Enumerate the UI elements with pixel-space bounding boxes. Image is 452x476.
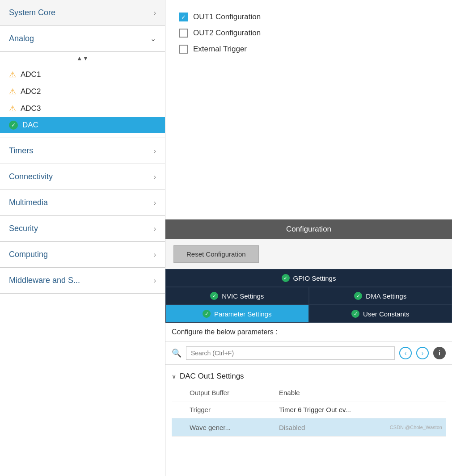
tab-gpio-settings[interactable]: ✓ GPIO Settings [165, 269, 452, 287]
sidebar-section-analog: Analog ⌄ ▲▼ ⚠ ADC1 ⚠ ADC2 ⚠ ADC3 ✓ [0, 26, 165, 138]
param-name-wave-gen: Wave gener... [190, 424, 279, 431]
nav-prev-button[interactable]: ‹ [399, 347, 412, 359]
nav-next-button[interactable]: › [416, 347, 429, 359]
sidebar-section-middleware: Middleware and S... › [0, 268, 165, 294]
tab-user-constants-label: User Constants [363, 310, 409, 318]
checkboxes-section: ✓ OUT1 Configuration OUT2 Configuration … [165, 0, 452, 66]
checkbox-out1-icon: ✓ [179, 13, 188, 21]
warning-icon-adc2: ⚠ [9, 87, 16, 97]
sidebar-label-computing: Computing [9, 250, 48, 259]
checkbox-ext-trigger[interactable]: External Trigger [179, 41, 439, 57]
sidebar-section-connectivity: Connectivity › [0, 164, 165, 190]
sidebar-label-timers: Timers [9, 146, 33, 156]
checkbox-ext-trigger-label: External Trigger [193, 45, 247, 54]
sidebar-item-system-core[interactable]: System Core › [0, 0, 165, 25]
chevron-down-icon: ⌄ [150, 34, 156, 43]
tab-dma-settings[interactable]: ✓ DMA Settings [309, 287, 452, 305]
sidebar-item-multimedia[interactable]: Multimedia › [0, 190, 165, 215]
chevron-right-icon-multimedia: › [154, 199, 156, 207]
watermark-text: CSDN @Chole_Waston [386, 423, 446, 432]
tab-nvic-label: NVIC Settings [222, 292, 264, 300]
checkbox-out1-label: OUT1 Configuration [193, 13, 261, 21]
checkbox-out2-label: OUT2 Configuration [193, 29, 261, 38]
sidebar-item-timers[interactable]: Timers › [0, 138, 165, 164]
sidebar-item-connectivity[interactable]: Connectivity › [0, 164, 165, 190]
sidebar-item-middleware[interactable]: Middleware and S... › [0, 268, 165, 293]
param-value-trigger: Timer 6 Trigger Out ev... [279, 406, 446, 413]
adc2-label: ADC2 [21, 87, 41, 96]
sidebar-label-analog: Analog [9, 34, 34, 43]
chevron-right-icon-timers: › [154, 147, 156, 155]
sidebar-section-computing: Computing › [0, 242, 165, 268]
adc3-label: ADC3 [21, 104, 41, 113]
checkbox-out2[interactable]: OUT2 Configuration [179, 25, 439, 41]
search-icon: 🔍 [172, 348, 182, 358]
tab-parameter-settings[interactable]: ✓ Parameter Settings [165, 305, 309, 323]
tab-gpio-label: GPIO Settings [293, 274, 336, 282]
sidebar-item-dac[interactable]: ✓ DAC [0, 117, 165, 133]
sidebar-label-connectivity: Connectivity [9, 172, 53, 181]
sidebar-item-adc2[interactable]: ⚠ ADC2 [0, 83, 165, 100]
check-icon-user-constants: ✓ [351, 310, 359, 318]
chevron-right-icon-middleware: › [154, 277, 156, 285]
tab-bar: ✓ GPIO Settings ✓ NVIC Settings ✓ DMA Se… [165, 269, 452, 323]
check-icon-params: ✓ [203, 310, 211, 318]
warning-icon-adc3: ⚠ [9, 104, 16, 114]
check-icon-nvic: ✓ [210, 292, 218, 300]
checkbox-out1[interactable]: ✓ OUT1 Configuration [179, 9, 439, 25]
sidebar-section-multimedia: Multimedia › [0, 190, 165, 216]
main-content: ✓ OUT1 Configuration OUT2 Configuration … [165, 0, 452, 476]
reset-configuration-button[interactable]: Reset Configuration [173, 245, 259, 263]
reset-btn-area: Reset Configuration [165, 239, 452, 269]
check-icon-dma: ✓ [354, 292, 362, 300]
collapse-icon: ∨ [172, 373, 176, 380]
tab-nvic-settings[interactable]: ✓ NVIC Settings [165, 287, 309, 305]
dac-label: DAC [22, 121, 38, 130]
warning-icon-adc1: ⚠ [9, 70, 16, 80]
config-header: Configuration [165, 219, 452, 239]
sidebar-section-system-core: System Core › [0, 0, 165, 26]
param-value-wave-gen: Disabled [279, 424, 386, 431]
checkbox-out2-icon [179, 29, 188, 38]
param-group-label: DAC Out1 Settings [180, 372, 244, 381]
sidebar-label-multimedia: Multimedia [9, 198, 48, 207]
sidebar-label-middleware: Middleware and S... [9, 276, 80, 285]
sidebar-label-security: Security [9, 224, 38, 233]
chevron-right-icon-security: › [154, 225, 156, 233]
tab-row-1: ✓ GPIO Settings [165, 269, 452, 287]
sidebar-section-timers: Timers › [0, 138, 165, 164]
params-header-text: Configure the below parameters : [165, 323, 452, 342]
tab-row-3: ✓ Parameter Settings ✓ User Constants [165, 305, 452, 323]
search-input[interactable] [186, 346, 395, 360]
tab-dma-label: DMA Settings [366, 292, 406, 300]
params-area: Configure the below parameters : 🔍 ‹ › i… [165, 323, 452, 476]
chevron-right-icon-connectivity: › [154, 173, 156, 181]
tab-row-2: ✓ NVIC Settings ✓ DMA Settings [165, 287, 452, 305]
analog-items-list: ⚠ ADC1 ⚠ ADC2 ⚠ ADC3 ✓ DAC [0, 64, 165, 138]
info-button[interactable]: i [433, 347, 446, 359]
sidebar-item-computing[interactable]: Computing › [0, 242, 165, 267]
checkbox-ext-trigger-icon [179, 45, 188, 54]
sidebar-item-security[interactable]: Security › [0, 216, 165, 241]
param-group-dac-out1[interactable]: ∨ DAC Out1 Settings [172, 368, 446, 384]
sidebar-section-security: Security › [0, 216, 165, 242]
chevron-right-icon-computing: › [154, 251, 156, 259]
sidebar-item-adc3[interactable]: ⚠ ADC3 [0, 100, 165, 117]
config-header-text: Configuration [286, 225, 331, 233]
chevron-right-icon: › [154, 9, 156, 17]
param-row-wave-gen[interactable]: Wave gener... Disabled CSDN @Chole_Wasto… [172, 418, 446, 437]
param-tree: ∨ DAC Out1 Settings Output Buffer Enable… [165, 365, 452, 440]
param-row-trigger[interactable]: Trigger Timer 6 Trigger Out ev... [172, 401, 446, 418]
tab-user-constants[interactable]: ✓ User Constants [309, 305, 452, 323]
sidebar-item-adc1[interactable]: ⚠ ADC1 [0, 66, 165, 83]
param-name-trigger: Trigger [190, 406, 279, 413]
adc1-label: ADC1 [21, 70, 41, 79]
check-icon-gpio: ✓ [282, 274, 290, 282]
param-name-output-buffer: Output Buffer [190, 389, 279, 396]
tab-params-label: Parameter Settings [214, 310, 271, 318]
sidebar-item-analog[interactable]: Analog ⌄ [0, 26, 165, 52]
check-icon-dac: ✓ [9, 121, 18, 130]
param-value-output-buffer: Enable [279, 389, 446, 396]
param-row-output-buffer[interactable]: Output Buffer Enable [172, 384, 446, 401]
sidebar: System Core › Analog ⌄ ▲▼ ⚠ ADC1 ⚠ ADC2 [0, 0, 165, 476]
